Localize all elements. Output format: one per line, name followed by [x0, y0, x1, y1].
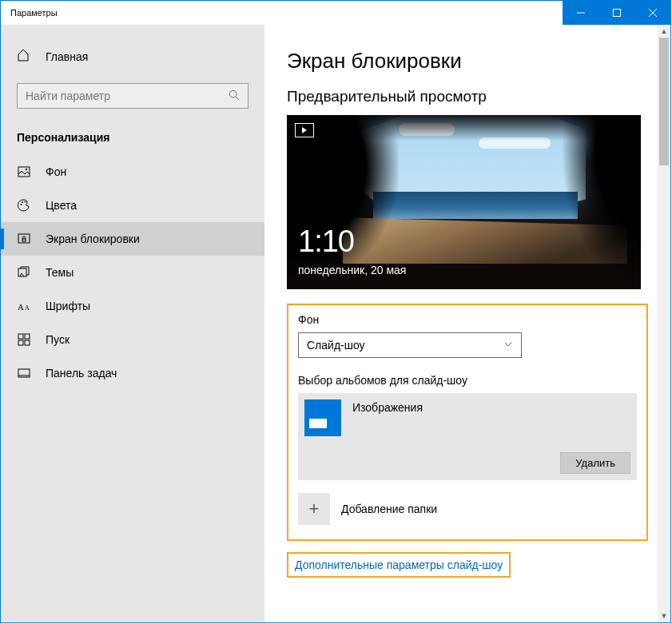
minimize-button[interactable]	[563, 1, 598, 25]
preview-time: 1:10	[298, 225, 354, 259]
albums-label: Выбор альбомов для слайд-шоу	[298, 374, 637, 387]
plus-icon: +	[309, 499, 320, 519]
add-folder-label: Добавление папки	[341, 503, 437, 515]
sidebar-item-label: Цвета	[46, 199, 77, 212]
preview-cave-top	[287, 115, 641, 141]
maximize-button[interactable]	[598, 1, 634, 25]
svg-rect-19	[25, 340, 30, 345]
taskbar-icon	[17, 366, 31, 380]
svg-text:A: A	[25, 304, 30, 312]
page-title: Экран блокировки	[287, 49, 648, 74]
sidebar-item-label: Пуск	[46, 333, 70, 346]
window-body: Главная Персонализация Фон Цвета Экран б…	[1, 25, 670, 622]
sidebar-item-fonts[interactable]: AA Шрифты	[1, 289, 264, 323]
album-name: Изображения	[352, 399, 423, 414]
sidebar-section-title: Персонализация	[1, 125, 264, 155]
svg-point-9	[22, 201, 23, 203]
search-box[interactable]	[17, 83, 249, 109]
svg-point-8	[21, 204, 22, 205]
background-settings-group: Фон Слайд-шоу Выбор альбомов для слайд-ш…	[287, 304, 648, 541]
home-label: Главная	[46, 50, 88, 63]
svg-point-4	[229, 90, 237, 97]
add-folder-button[interactable]: +	[298, 493, 330, 525]
sidebar-item-lockscreen[interactable]: Экран блокировки	[1, 222, 264, 256]
slideshow-icon	[295, 123, 314, 137]
sidebar-item-colors[interactable]: Цвета	[1, 189, 264, 222]
advanced-slideshow-link[interactable]: Дополнительные параметры слайд-шоу	[295, 558, 503, 571]
sidebar-item-start[interactable]: Пуск	[1, 323, 264, 356]
sidebar-item-background[interactable]: Фон	[1, 155, 264, 189]
start-icon	[17, 332, 31, 347]
svg-rect-18	[18, 340, 23, 345]
vertical-scrollbar[interactable]: ▲ ▼	[658, 25, 670, 622]
album-thumbnail	[304, 399, 341, 436]
preview-sea	[373, 192, 578, 219]
album-item-top: Изображения	[304, 399, 630, 436]
background-label: Фон	[298, 313, 637, 326]
window-title: Параметры	[1, 8, 563, 18]
dropdown-value: Слайд-шоу	[307, 339, 365, 352]
home-icon	[17, 49, 31, 64]
sidebar-item-themes[interactable]: Темы	[1, 256, 264, 289]
album-item[interactable]: Изображения Удалить	[298, 393, 637, 480]
chevron-down-icon	[503, 339, 513, 352]
svg-rect-13	[18, 268, 26, 276]
lock-screen-preview: 1:10 понедельник, 20 мая	[287, 115, 641, 289]
svg-line-5	[236, 97, 239, 100]
sidebar-item-label: Экран блокировки	[46, 233, 140, 245]
sidebar: Главная Персонализация Фон Цвета Экран б…	[1, 25, 264, 622]
window-controls	[563, 1, 670, 25]
home-link[interactable]: Главная	[1, 41, 264, 72]
delete-album-button[interactable]: Удалить	[560, 452, 630, 474]
titlebar: Параметры	[1, 1, 670, 25]
picture-icon	[17, 165, 31, 179]
sidebar-item-label: Панель задач	[46, 367, 117, 380]
scroll-up-arrow[interactable]: ▲	[658, 25, 670, 38]
svg-point-7	[26, 169, 27, 170]
scroll-down-arrow[interactable]: ▼	[658, 610, 670, 622]
sidebar-item-label: Фон	[46, 165, 66, 178]
settings-window: Параметры Главная	[0, 0, 671, 623]
preview-date: понедельник, 20 мая	[298, 264, 406, 276]
svg-rect-6	[18, 167, 30, 177]
content-area: Экран блокировки Предварительный просмот…	[264, 25, 670, 622]
svg-rect-1	[613, 10, 620, 17]
preview-heading: Предварительный просмотр	[287, 88, 648, 105]
sidebar-item-label: Шрифты	[46, 300, 90, 312]
palette-icon	[17, 198, 31, 213]
search-input[interactable]	[26, 89, 229, 102]
preview-cave-side	[561, 115, 641, 289]
svg-text:A: A	[18, 302, 24, 312]
themes-icon	[17, 265, 31, 280]
scrollbar-thumb[interactable]	[659, 38, 669, 165]
sidebar-item-taskbar[interactable]: Панель задач	[1, 356, 264, 390]
svg-point-10	[25, 201, 26, 203]
svg-rect-12	[22, 239, 26, 241]
sidebar-item-label: Темы	[46, 266, 74, 279]
lock-screen-icon	[17, 232, 31, 246]
advanced-link-box: Дополнительные параметры слайд-шоу	[287, 552, 511, 578]
svg-rect-17	[25, 334, 30, 339]
close-button[interactable]	[634, 1, 670, 25]
fonts-icon: AA	[17, 299, 31, 313]
svg-rect-16	[18, 334, 23, 339]
background-dropdown[interactable]: Слайд-шоу	[298, 332, 522, 358]
search-icon	[229, 89, 240, 103]
add-folder-row[interactable]: + Добавление папки	[298, 487, 637, 531]
